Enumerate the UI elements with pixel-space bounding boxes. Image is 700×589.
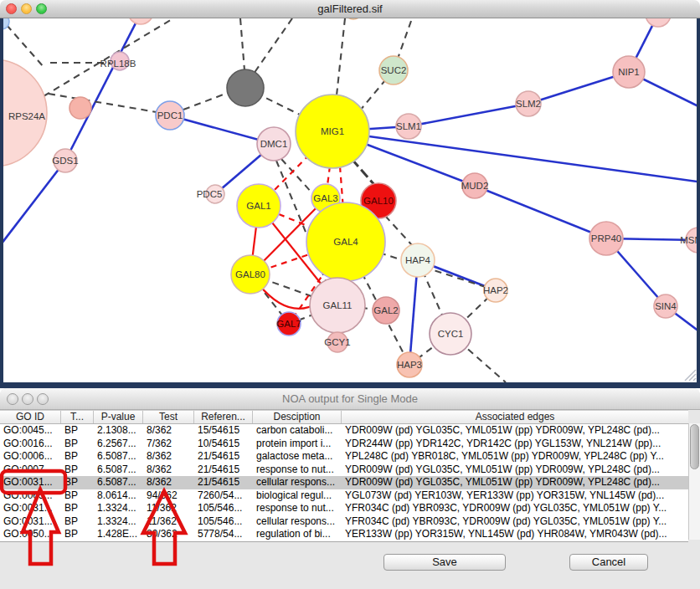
graph-node-label-HAP4: HAP4 — [405, 255, 431, 265]
graph-edge[interactable] — [352, 159, 375, 186]
graph-node-label-PDC1: PDC1 — [157, 110, 183, 120]
graph-node-label-SLM2: SLM2 — [516, 99, 541, 109]
graph-edge[interactable] — [409, 104, 528, 126]
graph-node-label-PRP40: PRP40 — [591, 233, 621, 243]
table-cell: 6.5087... — [94, 450, 143, 464]
table-cell: 21/54615 — [194, 464, 253, 477]
graph-node-top-node[interactable] — [128, 18, 153, 24]
table-cell: 10/54615 — [194, 438, 253, 451]
graph-edge[interactable] — [0, 161, 65, 251]
table-cell: YER133W (pp) YOR315W, YNL145W (pd) YHR08… — [342, 528, 688, 541]
table-cell: 1.3324... — [94, 515, 143, 529]
table-row[interactable]: GO:0006...BP6.5087...8/36221/54615galact… — [0, 450, 688, 464]
graph-edge[interactable] — [475, 186, 606, 238]
graph-node-label-HAP2: HAP2 — [483, 285, 508, 295]
graph-node-label-PDC5: PDC5 — [197, 189, 223, 199]
main-window-titlebar: galFiltered.sif — [0, 0, 700, 18]
table-cell: BP — [61, 502, 94, 515]
graph-node-label-GAL4: GAL4 — [333, 237, 358, 247]
graph-edge[interactable] — [385, 216, 412, 245]
graph-edge[interactable] — [7, 25, 44, 67]
column-header-6[interactable]: Associated edges — [342, 411, 688, 423]
noa-window: NOA output for Single Mode GO IDT...P-va… — [0, 388, 700, 589]
graph-node-label-SUC2: SUC2 — [381, 65, 407, 75]
noa-window-title: NOA output for Single Mode — [282, 392, 418, 405]
graph-node-label-GAL7: GAL7 — [276, 319, 301, 329]
table-cell: 11/362 — [143, 502, 194, 515]
column-header-5[interactable]: Desciption — [253, 411, 342, 423]
table-row[interactable]: GO:0016...BP6.2567...7/36210/54615protei… — [0, 438, 688, 451]
table-scrollbar[interactable] — [688, 423, 700, 540]
graph-node-label-GDS1: GDS1 — [52, 156, 78, 166]
table-scrollbar-thumb[interactable] — [690, 424, 699, 469]
graph-node-label-NIP1: NIP1 — [618, 67, 640, 77]
column-header-2[interactable]: P-value — [94, 411, 143, 423]
table-row[interactable]: GO:0031...BP1.3324...11/362105/546...res… — [0, 502, 688, 515]
table-cell: GO:0031... — [0, 515, 61, 529]
network-canvas[interactable]: RPS24ARPL18BGDS1PDC1PDC5DMC1MIG1SUC2SLM1… — [0, 18, 700, 388]
graph-node-top-right-node[interactable] — [646, 18, 671, 27]
table-cell: galactose meta... — [253, 450, 342, 464]
table-cell: 21/54615 — [194, 476, 253, 489]
table-cell: GO:0007... — [0, 464, 61, 477]
table-header-row: GO IDT...P-valueTestReferen...Desciption… — [0, 410, 688, 424]
graph-node-label-GAL2: GAL2 — [373, 305, 398, 315]
graph-node-label-SIN4: SIN4 — [655, 301, 677, 311]
noa-minimize-button[interactable] — [22, 393, 33, 405]
graph-edge[interactable] — [49, 94, 157, 112]
table-cell: GO:0065... — [0, 489, 61, 503]
graph-node-label-GAL80: GAL80 — [235, 269, 265, 279]
column-header-3[interactable]: Test — [143, 411, 194, 423]
table-cell: GO:0031... — [0, 502, 61, 515]
table-cell: YDR009W (pd) YGL035C, YML051W (pp) YDR00… — [342, 424, 688, 438]
minimize-button[interactable] — [21, 3, 32, 14]
graph-node-RPS24A[interactable] — [69, 97, 91, 119]
graph-edge[interactable] — [65, 18, 141, 161]
graph-edge[interactable] — [337, 18, 345, 95]
table-body: GO:0045...BP2.1308...8/36215/54615carbon… — [0, 424, 688, 542]
table-cell: cellular respons... — [253, 515, 342, 529]
canvas-frame — [697, 18, 700, 388]
graph-node-label-CYC1: CYC1 — [438, 329, 464, 339]
table-row[interactable]: GO:0007...BP6.5087...8/36221/54615respon… — [0, 464, 688, 477]
table-row[interactable]: GO:0045...BP2.1308...8/36215/54615carbon… — [0, 424, 688, 438]
table-cell: 5778/54... — [194, 528, 253, 541]
graph-edge[interactable] — [44, 18, 173, 96]
table-cell: cellular respons... — [253, 476, 342, 489]
graph-node-top-green-node[interactable] — [344, 18, 363, 19]
table-cell: 15/54615 — [194, 424, 253, 438]
resize-grip-icon[interactable] — [693, 378, 696, 381]
graph-edge[interactable] — [183, 93, 228, 110]
graph-edge[interactable] — [332, 131, 700, 182]
table-row[interactable]: GO:0031...BP1.3324...11/362105/546...cel… — [0, 515, 688, 529]
results-table: GO IDT...P-valueTestReferen...Desciption… — [0, 410, 688, 542]
graph-node-label-GAL3: GAL3 — [313, 193, 337, 203]
graph-edge[interactable] — [254, 18, 292, 74]
column-header-0[interactable]: GO ID — [0, 411, 61, 423]
table-cell: 6.5087... — [94, 464, 143, 477]
table-cell: 6.2567... — [94, 438, 143, 451]
table-row[interactable]: GO:0031...BP6.5087...8/36221/54615cellul… — [0, 476, 688, 489]
main-window-title: galFiltered.sif — [317, 3, 382, 15]
save-button[interactable]: Save — [383, 554, 506, 571]
noa-zoom-button[interactable] — [37, 393, 49, 405]
zoom-button[interactable] — [36, 3, 47, 14]
graph-edge[interactable] — [240, 18, 244, 70]
table-row[interactable]: GO:0050...BP1.428E...80/3625778/54...reg… — [0, 528, 688, 541]
column-header-4[interactable]: Referen... — [194, 411, 253, 423]
table-cell: GO:0006... — [0, 450, 61, 464]
table-cell: YGL073W (pd) YER103W, YER133W (pp) YOR31… — [342, 489, 688, 503]
table-cell: YDR009W (pd) YGL035C, YML051W (pp) YDR00… — [342, 476, 688, 489]
table-cell: BP — [61, 476, 94, 489]
column-header-1[interactable]: T... — [61, 411, 94, 423]
table-cell: YFR034C (pd) YBR093C, YDR009W (pd) YGL03… — [342, 502, 688, 515]
noa-close-button[interactable] — [7, 393, 18, 405]
table-cell: carbon cataboli... — [253, 424, 342, 438]
close-button[interactable] — [6, 3, 17, 14]
canvas-frame — [0, 382, 700, 388]
graph-node-dark-node[interactable] — [227, 69, 264, 106]
table-cell: protein import i... — [253, 438, 342, 451]
table-row[interactable]: GO:0065...BP8.0614...94/3627260/54...bio… — [0, 489, 688, 503]
graph-node-label-MUD2: MUD2 — [461, 181, 489, 191]
cancel-button[interactable]: Cancel — [569, 554, 648, 571]
